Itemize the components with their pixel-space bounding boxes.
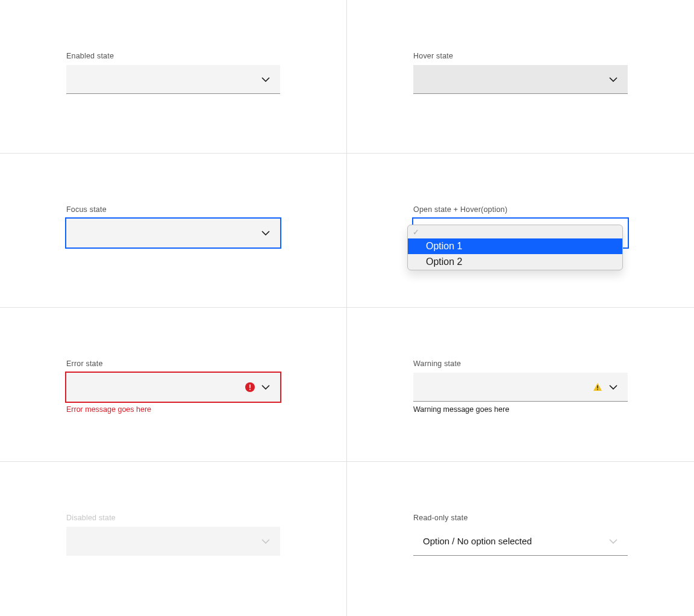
open-menu-option-2[interactable]: Option 2 [408,254,622,270]
error-select[interactable] [66,373,280,402]
warning-label: Warning state [413,359,628,368]
open-menu-option-2-label: Option 2 [426,257,462,267]
svg-rect-1 [249,385,251,388]
readonly-label: Read-only state [413,514,628,522]
chevron-down-icon [261,228,270,238]
disabled-label: Disabled state [66,514,280,522]
open-menu-option-1-label: Option 1 [426,241,462,252]
chevron-down-icon [261,537,270,546]
hover-select[interactable] [413,65,628,94]
focus-label: Focus state [66,205,280,214]
focus-select[interactable] [66,219,280,247]
focus-cell: Focus state [0,154,347,308]
hover-label: Hover state [413,52,628,60]
readonly-value: Option / No option selected [423,536,608,546]
open-label: Open state + Hover(option) [413,205,628,214]
enabled-cell: Enabled state [0,0,347,154]
error-label: Error state [66,359,280,368]
check-icon: ✓ [413,228,419,237]
readonly-cell: Read-only state Option / No option selec… [347,462,694,616]
hover-cell: Hover state [347,0,694,154]
error-message: Error message goes here [66,405,280,414]
disabled-cell: Disabled state [0,462,347,616]
svg-rect-4 [597,389,598,390]
chevron-down-icon [608,537,618,546]
open-menu: ✓ Option 1 Option 2 [407,225,623,270]
warning-icon [593,382,602,392]
disabled-select [66,527,280,556]
chevron-down-icon [608,75,618,84]
open-menu-blank[interactable]: ✓ [408,225,622,238]
warning-message: Warning message goes here [413,405,628,414]
readonly-select: Option / No option selected [413,527,628,556]
chevron-down-icon [608,382,618,392]
svg-rect-3 [597,385,598,388]
warning-select[interactable] [413,373,628,402]
enabled-select[interactable] [66,65,280,94]
svg-rect-2 [249,389,251,390]
chevron-down-icon [261,382,270,392]
error-icon [245,382,255,392]
open-menu-option-1[interactable]: Option 1 [408,238,622,254]
error-cell: Error state Error message goes here [0,308,347,462]
chevron-down-icon [261,75,270,84]
enabled-label: Enabled state [66,52,280,60]
warning-cell: Warning state Warning message goes here [347,308,694,462]
open-cell: Open state + Hover(option) ✓ Option 1 Op… [347,154,694,308]
